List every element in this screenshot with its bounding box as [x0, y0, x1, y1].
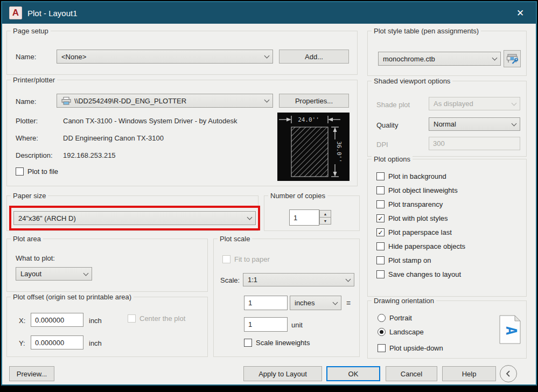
what-to-plot-dropdown[interactable]: Layout	[16, 267, 92, 281]
checkbox-icon[interactable]	[376, 242, 385, 250]
plot-style-value: monochrome.ctb	[383, 55, 493, 63]
x-offset-value: 0.000000	[35, 316, 64, 324]
plot-option-plot-paperspace-last[interactable]: ✓Plot paperspace last	[376, 228, 465, 236]
plot-style-title: Plot style table (pen assignments)	[372, 27, 481, 35]
scale-dropdown[interactable]: 1:1	[243, 273, 354, 286]
checkbox-icon[interactable]	[244, 339, 252, 347]
description-value: 192.168.253.215	[63, 151, 116, 159]
printer-group-title: Printer/plotter	[11, 76, 57, 84]
apply-to-layout-button[interactable]: Apply to Layout	[243, 366, 322, 381]
page-setup-name-dropdown[interactable]: <None>	[57, 50, 273, 64]
scale-value: 1:1	[248, 276, 346, 284]
plotter-label: Plotter:	[16, 117, 38, 125]
radio-icon[interactable]	[378, 314, 386, 322]
paper-size-dropdown[interactable]: 24"x36" (ARCH D)	[13, 211, 256, 225]
shaded-viewport-group: Shaded viewport options Shade plot As di…	[367, 81, 527, 157]
copies-value: 1	[294, 214, 297, 222]
page-setup-name-value: <None>	[61, 53, 265, 61]
units-dropdown[interactable]: inches	[290, 296, 341, 310]
paper-units-input[interactable]: 1	[244, 296, 288, 310]
checkbox-icon[interactable]	[376, 172, 385, 180]
x-label: X:	[19, 317, 25, 325]
plot-option-plot-in-background[interactable]: Plot in background	[376, 172, 465, 180]
y-label: Y:	[19, 339, 25, 347]
preview-button[interactable]: Preview...	[9, 366, 54, 381]
plot-style-dropdown[interactable]: monochrome.ctb	[378, 52, 501, 66]
plot-to-file-checkbox[interactable]: Plot to file	[16, 167, 58, 176]
plot-option-hide-paperspace-objects[interactable]: Hide paperspace objects	[376, 242, 465, 250]
checkbox-icon[interactable]: ✓	[376, 228, 385, 236]
where-label: Where:	[16, 134, 38, 142]
printer-name-dropdown[interactable]: \\DD254249\R-DD_ENG_PLOTTER	[57, 94, 273, 108]
less-options-button[interactable]	[500, 365, 517, 382]
center-plot-label: Center the plot	[139, 314, 185, 323]
ok-button[interactable]: OK	[326, 366, 380, 381]
plot-area-group: Plot area What to plot: Layout	[6, 239, 208, 292]
copies-group: Number of copies 1 ▲ ▼	[264, 195, 360, 231]
help-button[interactable]: Help	[442, 366, 496, 381]
spinner-down-icon[interactable]: ▼	[319, 217, 331, 225]
plot-option-label: Plot object lineweights	[388, 186, 458, 194]
chevron-down-icon	[247, 215, 253, 220]
scale-lineweights-checkbox[interactable]: Scale lineweights	[244, 339, 310, 347]
properties-button[interactable]: Properties...	[279, 94, 349, 108]
landscape-radio[interactable]: Landscape	[378, 328, 424, 336]
plot-dialog: A Plot - Layout1 ✕ Page setup Name: <Non…	[1, 1, 537, 386]
plotter-value: Canon TX-3100 - Windows System Driver - …	[63, 117, 237, 125]
chevron-down-icon	[264, 53, 270, 59]
checkbox-icon[interactable]	[376, 270, 385, 278]
plot-options-title: Plot options	[372, 155, 413, 163]
edit-plot-style-button[interactable]	[504, 50, 521, 67]
what-to-plot-value: Layout	[20, 270, 84, 278]
chevron-down-icon	[512, 100, 517, 106]
dpi-value: 300	[433, 139, 445, 148]
what-to-plot-label: What to plot:	[16, 254, 55, 262]
drawing-units-input[interactable]: 1	[244, 317, 288, 332]
plot-option-plot-stamp-on[interactable]: Plot stamp on	[376, 256, 465, 264]
scale-lineweights-label: Scale lineweights	[256, 339, 310, 347]
plot-scale-title: Plot scale	[218, 235, 252, 243]
add-button[interactable]: Add...	[279, 50, 349, 64]
chevron-down-icon	[346, 276, 351, 282]
center-plot-checkbox: Center the plot	[128, 314, 185, 323]
copies-input[interactable]: 1	[289, 209, 319, 226]
page-setup-name-label: Name:	[16, 53, 36, 61]
radio-icon[interactable]	[378, 328, 386, 336]
x-unit-label: inch	[89, 317, 102, 325]
upside-down-checkbox[interactable]: Plot upside-down	[378, 344, 443, 352]
plot-offset-group: Plot offset (origin set to printable are…	[6, 297, 208, 357]
checkbox-icon[interactable]	[376, 200, 385, 208]
edit-plot-style-icon	[506, 52, 519, 65]
title-bar[interactable]: A Plot - Layout1 ✕	[2, 2, 536, 24]
orientation-group: Drawing orientation Portrait Landscape P…	[367, 300, 527, 359]
cancel-button[interactable]: Cancel	[386, 366, 437, 381]
svg-text:A: A	[503, 326, 520, 335]
plot-option-plot-transparency[interactable]: Plot transparency	[376, 200, 465, 208]
plot-option-plot-object-lineweights[interactable]: Plot object lineweights	[376, 186, 465, 194]
quality-dropdown[interactable]: Normal	[429, 117, 520, 131]
plot-to-file-label: Plot to file	[27, 167, 58, 176]
plot-option-label: Plot in background	[388, 172, 446, 180]
x-offset-input[interactable]: 0.000000	[31, 313, 83, 327]
close-icon[interactable]: ✕	[505, 2, 536, 24]
quality-value: Normal	[434, 120, 512, 128]
checkbox-icon[interactable]	[376, 256, 385, 264]
plot-option-plot-with-plot-styles[interactable]: ✓Plot with plot styles	[376, 214, 465, 222]
spinner-up-icon[interactable]: ▲	[319, 210, 331, 218]
checkbox-icon[interactable]: ✓	[376, 214, 385, 222]
checkbox-icon[interactable]	[376, 186, 385, 194]
printer-icon	[61, 97, 71, 105]
shaded-viewport-title: Shaded viewport options	[372, 77, 452, 85]
upside-down-label: Plot upside-down	[389, 344, 443, 352]
checkbox-icon[interactable]	[378, 344, 386, 352]
chevron-down-icon	[512, 121, 517, 126]
checkbox-icon[interactable]	[16, 167, 24, 176]
chevron-left-icon	[504, 369, 513, 378]
plot-offset-title: Plot offset (origin set to printable are…	[11, 293, 134, 301]
printer-name-label: Name:	[16, 97, 36, 106]
plot-option-save-changes-to-layout[interactable]: Save changes to layout	[376, 270, 465, 278]
autocad-logo-icon: A	[9, 6, 22, 19]
portrait-radio[interactable]: Portrait	[378, 314, 412, 322]
checkbox-icon	[128, 314, 136, 323]
y-offset-input[interactable]: 0.000000	[31, 335, 83, 349]
